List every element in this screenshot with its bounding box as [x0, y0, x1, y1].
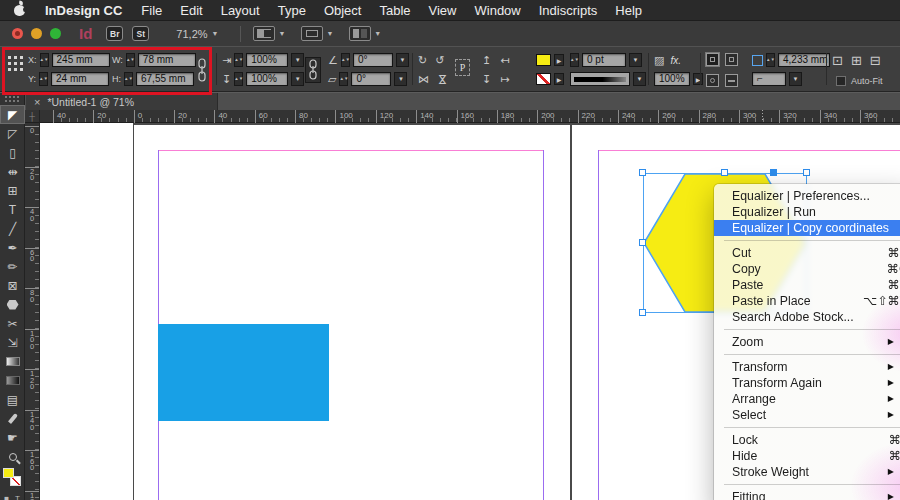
zoom-tool[interactable] [0, 447, 25, 466]
arrange-documents-dropdown[interactable]: ▼ [349, 26, 381, 41]
w-stepper[interactable]: ▲▼ [126, 53, 135, 67]
formatting-container-icon[interactable]: ■ [4, 494, 9, 500]
jump-object-button[interactable] [725, 74, 738, 87]
menu-item-hide[interactable]: Hide⌘3 [714, 448, 900, 464]
fill-swatch[interactable] [3, 468, 14, 478]
menu-item-select[interactable]: Select▶ [714, 407, 900, 423]
shear-stepper[interactable]: ▲▼ [339, 72, 348, 86]
panel-grip[interactable] [4, 95, 20, 104]
menu-item-help[interactable]: Help [606, 3, 651, 18]
corner-radius-field[interactable]: 4,233 mm [778, 53, 830, 67]
stroke-menu-button[interactable]: ▶ [554, 73, 564, 85]
stroke-weight-stepper[interactable]: ▲▼ [570, 53, 579, 67]
x-position-field[interactable]: 245 mm [52, 53, 110, 67]
menu-item-fitting[interactable]: Fitting▶ [714, 489, 900, 500]
no-text-wrap-button[interactable] [706, 53, 719, 66]
selection-tool[interactable]: ◤ [0, 105, 25, 124]
selection-handle[interactable] [803, 169, 810, 176]
menu-item-equalizer-copy-coordinates[interactable]: Equalizer | Copy coordinates [714, 220, 900, 236]
selection-handle[interactable] [639, 169, 646, 176]
fill-frame-button[interactable]: ⊡ [832, 53, 843, 68]
menu-item-equalizer-preferences[interactable]: Equalizer | Preferences... [714, 188, 900, 204]
fit-frame-button[interactable]: ⊟ [870, 53, 881, 68]
line-tool[interactable]: ╱ [0, 219, 25, 238]
gradient-swatch-tool[interactable] [0, 352, 25, 371]
content-collector-tool[interactable]: ⊞ [0, 181, 25, 200]
align-down-button[interactable]: ↧ [482, 74, 491, 85]
scale-y-field[interactable]: 100% [246, 72, 288, 86]
flip-vertical-button[interactable]: ⋈ [437, 74, 448, 85]
formatting-text-icon[interactable]: T [15, 494, 20, 500]
fill-color-swatch[interactable] [536, 54, 551, 66]
eyedropper-tool[interactable] [0, 409, 25, 428]
menu-item-paste[interactable]: Paste⌘V [714, 277, 900, 293]
rotation-field[interactable]: 0° [353, 53, 393, 67]
note-tool[interactable]: ▤ [0, 390, 25, 409]
y-position-field[interactable]: 24 mm [51, 72, 109, 86]
document-tab[interactable]: × *Untitled-1 @ 71% [26, 93, 218, 111]
height-field[interactable]: 67,55 mm [136, 72, 194, 86]
menu-item-transform[interactable]: Transform▶ [714, 359, 900, 375]
rotation-dropdown[interactable]: ▼ [396, 53, 409, 67]
menu-item-stroke-weight[interactable]: Stroke Weight▶ [714, 464, 900, 480]
menu-item-copy[interactable]: Copy⌘C [714, 261, 900, 277]
menu-item-edit[interactable]: Edit [171, 3, 211, 18]
constrain-scale-link-icon[interactable] [305, 57, 321, 83]
rotate-ccw-button[interactable]: ↺ [435, 55, 444, 66]
stroke-type-preview[interactable] [570, 72, 630, 86]
width-field[interactable]: 78 mm [138, 53, 196, 67]
wrap-bounding-box-button[interactable] [725, 53, 738, 66]
selection-handle[interactable] [721, 169, 728, 176]
zoom-window-button[interactable] [50, 28, 61, 39]
close-tab-icon[interactable]: × [34, 96, 40, 108]
pencil-tool[interactable]: ✏ [0, 257, 25, 276]
menu-item-lock[interactable]: Lock⌘L [714, 432, 900, 448]
align-up-button[interactable]: ↥ [482, 55, 491, 66]
h-stepper[interactable]: ▲▼ [124, 72, 133, 86]
menu-item-zoom[interactable]: Zoom▶ [714, 334, 900, 350]
corner-radius-stepper[interactable]: ▲▼ [766, 53, 775, 67]
fill-menu-button[interactable]: ▶ [554, 54, 564, 66]
y-stepper[interactable]: ▲▼ [39, 72, 48, 86]
opacity-field[interactable]: 100% [654, 72, 690, 86]
gap-tool[interactable]: ⇹ [0, 162, 25, 181]
scale-y-stepper[interactable]: ▲▼ [234, 72, 243, 86]
hand-tool[interactable]: ☛ [0, 428, 25, 447]
menu-item-file[interactable]: File [132, 3, 171, 18]
close-window-button[interactable] [12, 28, 23, 39]
shear-field[interactable]: 0° [351, 72, 391, 86]
direct-selection-tool[interactable]: ◸ [0, 124, 25, 143]
menu-item-view[interactable]: View [420, 3, 466, 18]
scale-y-dropdown[interactable]: ▼ [291, 72, 304, 86]
page-tool[interactable]: ▯ [0, 143, 25, 162]
scale-x-stepper[interactable]: ▲▼ [234, 53, 243, 67]
stroke-weight-dropdown[interactable]: ▼ [629, 53, 642, 67]
menu-item-object[interactable]: Object [315, 3, 371, 18]
menu-item-arrange[interactable]: Arrange▶ [714, 391, 900, 407]
constrain-wh-link-icon[interactable] [197, 57, 207, 83]
menu-item-layout[interactable]: Layout [212, 3, 269, 18]
scale-x-dropdown[interactable]: ▼ [291, 53, 304, 67]
bridge-button[interactable]: Br [106, 26, 123, 41]
ruler-origin-icon[interactable]: ┼ [25, 110, 40, 123]
selection-handle[interactable] [639, 239, 646, 246]
menu-item-transform-again[interactable]: Transform Again▶ [714, 375, 900, 391]
wrap-object-shape-button[interactable] [706, 74, 719, 87]
frame-tool[interactable]: ⊠ [0, 276, 25, 295]
free-transform-tool[interactable]: ⇲ [0, 333, 25, 352]
stroke-weight-field[interactable]: 0 pt [582, 53, 626, 67]
stroke-color-swatch[interactable] [536, 73, 551, 85]
menu-item-cut[interactable]: Cut⌘X [714, 245, 900, 261]
menu-item-indiscripts[interactable]: Indiscripts [530, 3, 607, 18]
rotation-stepper[interactable]: ▲▼ [341, 53, 350, 67]
menu-item-window[interactable]: Window [466, 3, 530, 18]
align-right-button[interactable]: ↦ [500, 74, 509, 85]
menu-item-type[interactable]: Type [269, 3, 315, 18]
polygon-tool[interactable] [0, 295, 25, 314]
pen-tool[interactable]: ✒ [0, 238, 25, 257]
rotate-cw-button[interactable]: ↻ [418, 55, 427, 66]
corner-shape-preview[interactable]: ⌐ [752, 72, 786, 86]
shear-dropdown[interactable]: ▼ [394, 72, 407, 86]
zoom-level-dropdown[interactable]: 71,2% ▼ [176, 28, 218, 40]
type-tool[interactable]: T [0, 200, 25, 219]
